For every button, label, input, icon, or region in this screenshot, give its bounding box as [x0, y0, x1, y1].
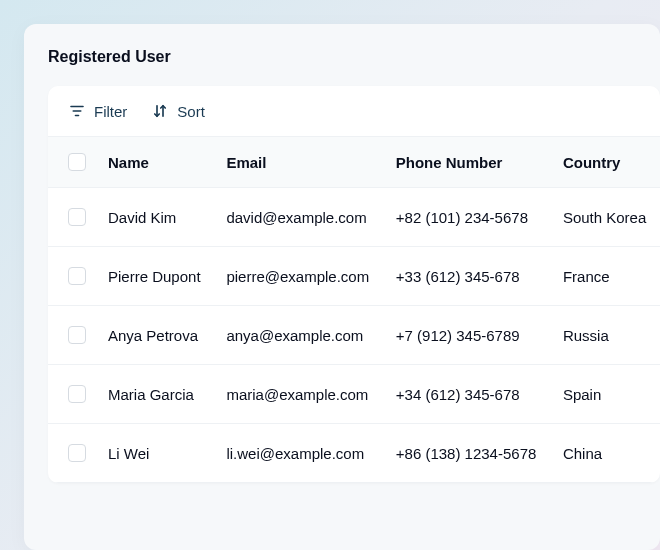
cell-email: maria@example.com [214, 365, 383, 424]
cell-phone: +82 (101) 234-5678 [384, 188, 551, 247]
cell-country: South Korea [551, 188, 660, 247]
table-row: Maria Garcia maria@example.com +34 (612)… [48, 365, 660, 424]
col-country: Country [551, 137, 660, 188]
row-checkbox[interactable] [68, 267, 86, 285]
row-checkbox[interactable] [68, 385, 86, 403]
cell-country: Russia [551, 306, 660, 365]
cell-email: li.wei@example.com [214, 424, 383, 483]
cell-name: Anya Petrova [96, 306, 214, 365]
filter-label: Filter [94, 103, 127, 120]
sort-icon [151, 102, 169, 120]
page-title: Registered User [48, 48, 660, 66]
row-checkbox[interactable] [68, 444, 86, 462]
filter-button[interactable]: Filter [68, 102, 127, 120]
cell-phone: +33 (612) 345-678 [384, 247, 551, 306]
sort-label: Sort [177, 103, 205, 120]
users-card: Filter Sort Name Emai [48, 86, 660, 483]
sort-button[interactable]: Sort [151, 102, 205, 120]
row-checkbox[interactable] [68, 208, 86, 226]
cell-name: Maria Garcia [96, 365, 214, 424]
filter-icon [68, 102, 86, 120]
cell-country: Spain [551, 365, 660, 424]
table-row: Anya Petrova anya@example.com +7 (912) 3… [48, 306, 660, 365]
cell-country: China [551, 424, 660, 483]
cell-email: david@example.com [214, 188, 383, 247]
table-row: Li Wei li.wei@example.com +86 (138) 1234… [48, 424, 660, 483]
cell-email: pierre@example.com [214, 247, 383, 306]
col-phone: Phone Number [384, 137, 551, 188]
toolbar: Filter Sort [48, 86, 660, 136]
cell-name: Pierre Dupont [96, 247, 214, 306]
main-panel: Registered User Filter [24, 24, 660, 550]
cell-country: France [551, 247, 660, 306]
cell-phone: +86 (138) 1234-5678 [384, 424, 551, 483]
cell-phone: +7 (912) 345-6789 [384, 306, 551, 365]
users-table: Name Email Phone Number Country David Ki… [48, 136, 660, 483]
cell-email: anya@example.com [214, 306, 383, 365]
col-email: Email [214, 137, 383, 188]
row-checkbox[interactable] [68, 326, 86, 344]
cell-name: David Kim [96, 188, 214, 247]
table-row: David Kim david@example.com +82 (101) 23… [48, 188, 660, 247]
table-row: Pierre Dupont pierre@example.com +33 (61… [48, 247, 660, 306]
cell-name: Li Wei [96, 424, 214, 483]
select-all-checkbox[interactable] [68, 153, 86, 171]
col-name: Name [96, 137, 214, 188]
cell-phone: +34 (612) 345-678 [384, 365, 551, 424]
